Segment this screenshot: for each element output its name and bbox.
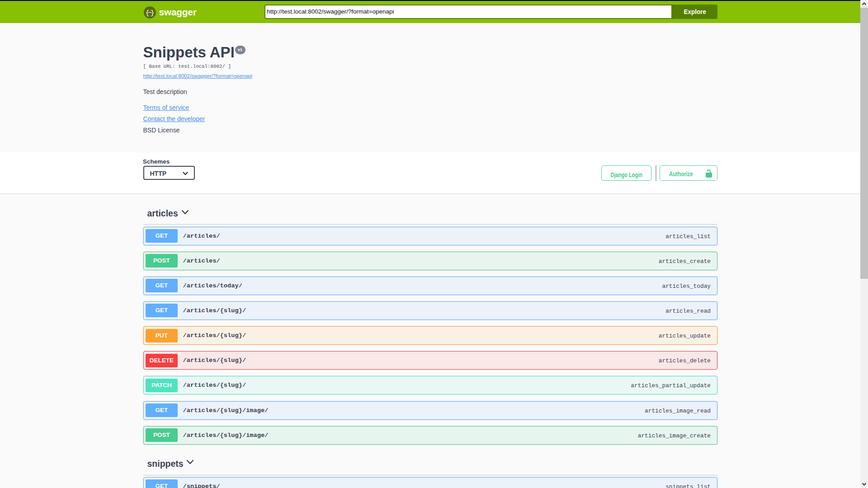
svg-text:{: { <box>145 9 149 17</box>
svg-text:}: } <box>150 9 154 17</box>
